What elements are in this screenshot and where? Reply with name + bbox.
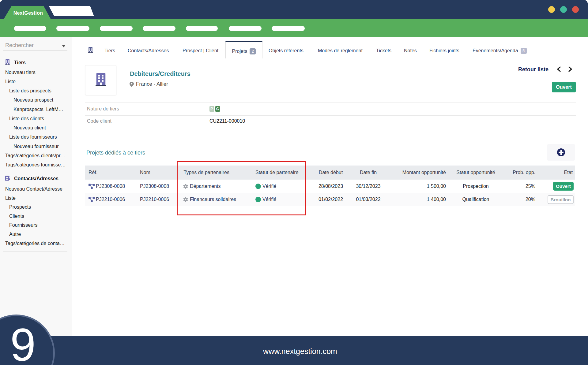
nav-pill-6[interactable]: [229, 26, 262, 31]
tab-tiers[interactable]: Tiers: [104, 43, 115, 58]
window-dot-yellow[interactable]: [548, 6, 555, 13]
building-icon: [5, 59, 10, 66]
row-prob: 20%: [504, 197, 537, 202]
row-etat-ouvert-button[interactable]: Ouvert: [553, 182, 574, 191]
sidebar-item-autre[interactable]: Autre: [9, 230, 21, 239]
status-dot-icon: [255, 197, 261, 202]
top-bar: NextGestion: [0, 0, 588, 19]
sidebar-item-nouveau-client[interactable]: Nouveau client: [13, 123, 46, 132]
tab-evenements-label: Événements/Agenda: [473, 48, 518, 54]
main-nav-bar: [0, 19, 588, 37]
nav-pill-1[interactable]: [14, 26, 46, 31]
sidebar-item-liste-des-prospects[interactable]: Liste des prospects: [9, 86, 51, 95]
company-avatar-card: [85, 65, 116, 95]
row-ref-cell: PJ2308-0008: [85, 184, 135, 189]
company-location: France - Allier: [130, 81, 168, 87]
sidebar-item-liste-des-fournisseurs[interactable]: Liste des fournisseurs: [9, 132, 57, 142]
sidebar-item-fournisseurs[interactable]: Fournisseurs: [9, 221, 37, 230]
add-project-button[interactable]: [547, 144, 575, 161]
tab-notes[interactable]: Notes: [404, 43, 417, 58]
sidebar-item-tags-clients[interactable]: Tags/catégories clients/pr…: [5, 151, 66, 160]
row-ref[interactable]: PJ2308-0008: [96, 184, 125, 189]
retour-liste-link[interactable]: Retour liste: [518, 66, 548, 73]
table-row[interactable]: PJ2308-0008 PJ2308-0008 Départements Vér…: [85, 180, 575, 193]
table-row[interactable]: PJ2210-0006 PJ2210-0006 Financeurs solid…: [85, 193, 575, 206]
page-number: 9: [9, 318, 37, 365]
sidebar-item-nouveau-contact[interactable]: Nouveau Contact/Adresse: [5, 184, 62, 194]
row-nom: PJ2210-0006: [135, 197, 178, 202]
tab-evenements-badge: 5: [521, 48, 527, 54]
tab-modes-reglement[interactable]: Modes de règlement: [318, 43, 363, 58]
nature-badge-p: P: [209, 106, 214, 112]
tab-objets-referents[interactable]: Objets référents: [269, 43, 303, 58]
row-date-fin: 30/12/2023: [355, 184, 381, 189]
sitemap-icon: [89, 197, 95, 202]
sidebar-item-tags-fournisseurs[interactable]: Tags/catégories fournisse…: [5, 160, 66, 169]
chevron-right-icon[interactable]: [568, 66, 573, 72]
tab-home[interactable]: [88, 43, 93, 58]
search-input[interactable]: [3, 40, 67, 50]
nav-pill-7[interactable]: [272, 26, 305, 31]
tab-prospect-client[interactable]: Prospect | Client: [183, 43, 218, 58]
company-name: Debiteurs/Crediteurs: [130, 70, 190, 77]
brand-logo-text: NextGestion: [13, 10, 43, 16]
col-header-date-debut: Date début: [306, 170, 355, 175]
col-header-ref: Réf.: [85, 170, 135, 175]
row-date-debut: 28/08/2023: [306, 184, 355, 189]
footer-url: www.nextgestion.com: [263, 347, 337, 356]
row-etat-brouillon-button[interactable]: Brouillon: [548, 195, 574, 204]
sidebar-item-liste-tiers[interactable]: Liste: [5, 77, 16, 86]
sidebar: Tiers Nouveau tiers Liste Liste des pros…: [0, 37, 72, 336]
building-icon: [88, 47, 93, 54]
row-statut-partenaire: Vérifié: [262, 184, 276, 189]
sitemap-icon: [89, 184, 95, 189]
col-header-date-fin: Date fin: [355, 170, 381, 175]
tab-projets-label: Projets: [232, 49, 247, 54]
row-etat-cell: Brouillon: [537, 195, 575, 204]
nav-pill-2[interactable]: [56, 26, 89, 31]
col-header-nom: Nom: [135, 170, 178, 175]
row-montant: 1 400,00: [381, 197, 448, 202]
status-dot-icon: [255, 184, 261, 189]
chevron-down-icon[interactable]: [62, 45, 65, 47]
row-etat-cell: Ouvert: [537, 182, 575, 191]
status-ouvert-button[interactable]: Ouvert: [552, 82, 576, 92]
sidebar-section-title: Contacts/Adresses: [14, 176, 58, 181]
nav-pill-4[interactable]: [143, 26, 175, 31]
chevron-left-icon[interactable]: [556, 66, 561, 72]
tab-contacts-adresses[interactable]: Contacts/Adresses: [128, 43, 169, 58]
nav-pill-5[interactable]: [186, 26, 218, 31]
row-ref[interactable]: PJ2210-0006: [96, 197, 125, 202]
tab-fichiers-joints[interactable]: Fichiers joints: [429, 43, 459, 58]
row-statut-partenaire: Vérifié: [262, 197, 276, 202]
row-prob: 25%: [504, 184, 537, 189]
sidebar-section-title: Tiers: [14, 60, 26, 65]
col-header-montant: Montant opportunité: [381, 170, 448, 175]
sidebar-item-liste-des-clients[interactable]: Liste des clients: [9, 114, 44, 123]
brand-logo[interactable]: NextGestion: [4, 6, 51, 19]
nav-pill-3[interactable]: [100, 26, 133, 31]
nature-badge-c: C: [215, 106, 220, 112]
company-location-text: France - Allier: [136, 81, 168, 87]
sidebar-item-liste-contacts[interactable]: Liste: [5, 194, 16, 203]
col-header-etat: État: [537, 170, 575, 175]
tab-evenements-agenda[interactable]: Événements/Agenda 5: [473, 43, 527, 58]
sidebar-item-kanprospects[interactable]: Kanprospects_LeftM…: [13, 105, 63, 114]
sidebar-item-tags-contacts[interactable]: Tags/catégories de conta…: [5, 239, 65, 248]
building-icon: [96, 73, 106, 88]
sidebar-item-nouveau-prospect[interactable]: Nouveau prospect: [13, 95, 53, 105]
window-dot-red[interactable]: [572, 6, 579, 13]
sidebar-item-clients[interactable]: Clients: [9, 212, 24, 221]
col-header-statut-opportunite: Statut opportunité: [448, 170, 504, 175]
sidebar-item-nouveau-tiers[interactable]: Nouveau tiers: [5, 68, 36, 77]
tab-tickets[interactable]: Tickets: [376, 43, 391, 58]
field-label: Code client: [85, 118, 209, 124]
sidebar-item-prospects[interactable]: Prospects: [9, 203, 31, 212]
col-header-types: Types de partenaires: [178, 170, 254, 175]
sidebar-item-nouveau-fournisseur[interactable]: Nouveau fournisseur: [13, 142, 59, 151]
projects-section-title: Projets dédiés à ce tiers: [86, 150, 145, 156]
window-dot-green[interactable]: [560, 6, 567, 13]
row-ref-cell: PJ2210-0006: [85, 197, 135, 202]
tab-projets[interactable]: Projets 2: [225, 41, 262, 58]
col-header-statut-partenaire: Statut de partenaire: [254, 170, 306, 175]
